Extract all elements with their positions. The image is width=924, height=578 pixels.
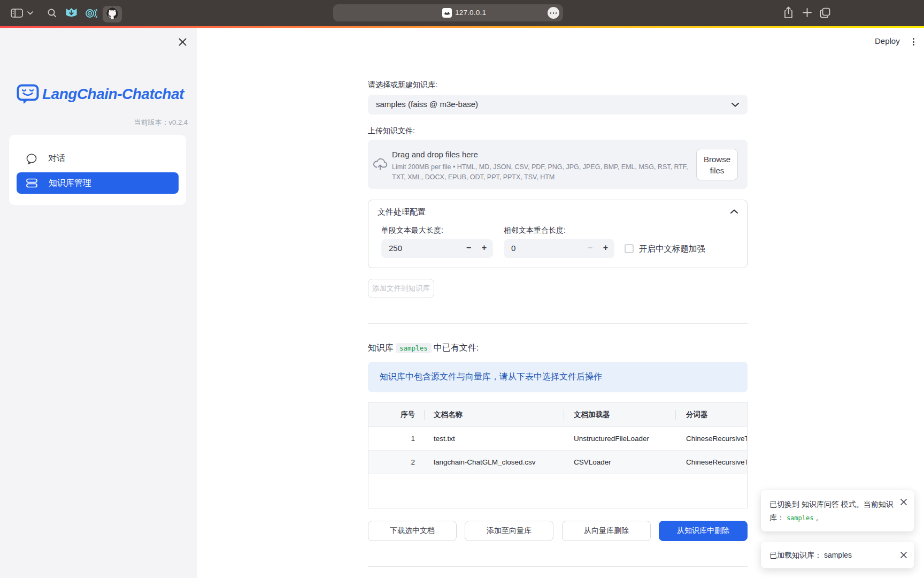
overlap-label: 相邻文本重合长度:	[504, 226, 566, 235]
divider	[368, 566, 748, 567]
expander-title: 文件处理配置	[378, 207, 426, 217]
plus-stepper[interactable]: +	[482, 243, 487, 253]
sidebar-close-icon[interactable]	[179, 38, 187, 46]
table-row[interactable]: 1 test.txt UnstructuredFileLoader Chines…	[368, 427, 747, 451]
chat-bubble-icon	[26, 153, 37, 165]
app-logo-icon	[17, 84, 39, 105]
col-header: 分词器	[686, 402, 747, 427]
toast-text: 已加载知识库： samples	[769, 549, 852, 562]
url-text: 127.0.0.1	[455, 9, 486, 17]
page-settings-icon[interactable]	[548, 7, 559, 19]
page: 127.0.0.1 LangChain-Chatchat	[0, 0, 924, 578]
delete-from-vector-button[interactable]: 从向量库删除	[562, 521, 651, 541]
search-icon[interactable]	[48, 9, 57, 18]
overlap-input[interactable]: 0 − +	[504, 239, 614, 258]
download-docs-button[interactable]: 下载选中文档	[368, 521, 457, 541]
col-header: 文档加载器	[574, 402, 610, 427]
chunk-size-value: 250	[389, 244, 402, 253]
overlap-value: 0	[511, 244, 515, 253]
delete-from-kb-button[interactable]: 从知识库中删除	[659, 521, 748, 541]
dropzone-limits: Limit 200MB per file • HTML, MD, JSON, C…	[392, 162, 688, 182]
kb-manage-icon	[26, 178, 37, 188]
col-header: 文档名称	[434, 402, 463, 427]
minus-stepper[interactable]: −	[588, 243, 592, 253]
kb-select[interactable]: samples (faiss @ m3e-base)	[368, 95, 748, 115]
file-dropzone[interactable]: Drag and drop files here Limit 200MB per…	[368, 140, 748, 189]
chevron-up-icon	[730, 209, 738, 214]
share-icon[interactable]	[784, 6, 793, 19]
plus-stepper[interactable]: +	[603, 243, 608, 253]
info-alert: 知识库中包含源文件与向量库，请从下表中选择文件后操作	[368, 362, 748, 392]
config-expander[interactable]: 文件处理配置 单段文本最大长度: 相邻文本重合长度: 250 − + 0 − +…	[368, 200, 748, 268]
kb-select-value: samples (faiss @ m3e-base)	[376, 100, 478, 109]
chevron-down-icon	[732, 103, 739, 107]
github-icon[interactable]	[106, 7, 118, 19]
app-version: 当前版本：v0.2.4	[53, 118, 188, 127]
dropzone-title: Drag and drop files here	[392, 150, 478, 159]
sidebar	[0, 28, 197, 578]
chunk-size-input[interactable]: 250 − +	[381, 239, 493, 258]
toast-close-icon[interactable]	[900, 552, 907, 558]
table-header: 序号 文档名称 文档加载器 分词器	[368, 402, 747, 427]
upload-label: 上传知识文件:	[368, 126, 415, 136]
sidebar-item-kb-manage[interactable]: 知识库管理	[17, 172, 179, 194]
add-files-button[interactable]: 添加文件到知识库	[368, 279, 434, 298]
extension-scholar-icon[interactable]	[86, 9, 97, 18]
deploy-button[interactable]: Deploy	[875, 36, 900, 45]
toast-close-icon[interactable]	[900, 499, 907, 505]
cloud-upload-icon	[372, 157, 388, 171]
sidebar-menu	[9, 135, 186, 205]
browser-toolbar: 127.0.0.1	[0, 0, 924, 26]
chevron-down-icon[interactable]	[27, 11, 33, 15]
sidebar-item-label: 知识库管理	[49, 178, 91, 189]
sidebar-item-label: 对话	[48, 153, 65, 164]
extension-shield-icon[interactable]	[65, 7, 78, 19]
divider	[368, 323, 748, 324]
table-row[interactable]: 2 langchain-ChatGLM_closed.csv CSVLoader…	[368, 451, 747, 474]
app-logo-text: LangChain-Chatchat	[42, 83, 184, 105]
toast-kb-loaded: 已加载知识库： samples	[761, 542, 914, 568]
info-text: 知识库中包含源文件与向量库，请从下表中选择文件后操作	[380, 371, 602, 383]
kb-files-heading: 知识库samples中已有文件:	[368, 343, 479, 354]
sidebar-toggle-icon[interactable]	[11, 9, 24, 18]
col-header: 序号	[368, 402, 415, 427]
add-to-vector-button[interactable]: 添加至向量库	[465, 521, 553, 541]
zh-title-checkbox[interactable]	[625, 244, 634, 253]
chunk-size-label: 单段文本最大长度:	[381, 226, 443, 235]
site-favicon-icon	[442, 8, 452, 18]
new-tab-icon[interactable]	[803, 8, 812, 17]
toast-text: 已切换到 知识库问答 模式。当前知识 库： samples 。	[769, 498, 894, 525]
files-table[interactable]: 序号 文档名称 文档加载器 分词器 1 test.txt Unstructure…	[368, 402, 748, 508]
zh-title-checkbox-label: 开启中文标题加强	[639, 244, 705, 255]
kb-select-label: 请选择或新建知识库:	[368, 80, 437, 90]
kebab-menu-icon[interactable]	[909, 38, 919, 48]
url-bar[interactable]: 127.0.0.1	[333, 4, 563, 21]
kb-name-code: samples	[396, 343, 432, 353]
sidebar-item-chat[interactable]: 对话	[26, 146, 181, 170]
tabs-overview-icon[interactable]	[820, 7, 830, 18]
browse-files-button[interactable]: Browse files	[696, 149, 738, 180]
minus-stepper[interactable]: −	[466, 243, 471, 253]
toast-mode-switched: 已切换到 知识库问答 模式。当前知识 库： samples 。	[761, 490, 914, 531]
